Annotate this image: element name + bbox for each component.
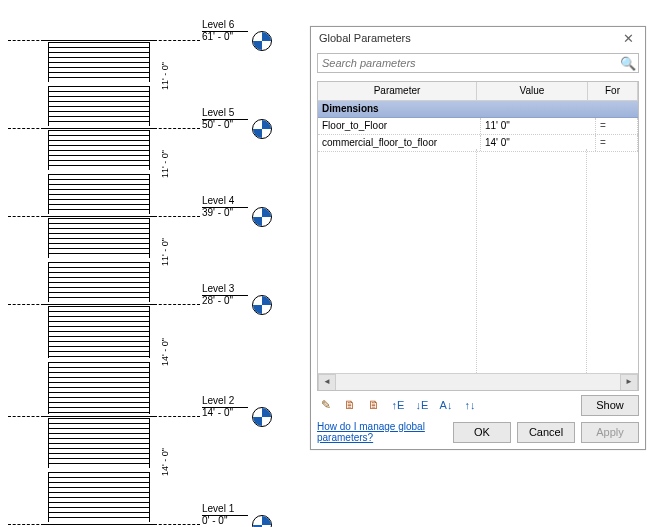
- level-label: Level 439' - 0": [202, 196, 248, 218]
- stair-flight: [48, 362, 150, 414]
- level-marker-icon[interactable]: [252, 119, 272, 139]
- level-marker-icon[interactable]: [252, 515, 272, 527]
- stair-flight: [48, 218, 150, 258]
- stair-flight: [48, 174, 150, 214]
- col-header-formula[interactable]: For: [588, 82, 638, 100]
- level-elevation: 0' - 0": [202, 516, 248, 526]
- param-row[interactable]: commercial_floor_to_floor14' 0"=: [318, 135, 638, 152]
- move-down-icon[interactable]: ↓E: [413, 396, 431, 414]
- dimension-label[interactable]: 11' - 0": [160, 76, 170, 90]
- delete-parameter-icon[interactable]: 🗎: [365, 396, 383, 414]
- cancel-button[interactable]: Cancel: [517, 422, 575, 443]
- param-row[interactable]: Floor_to_Floor11' 0"=: [318, 118, 638, 135]
- edit-parameter-icon[interactable]: ✎: [317, 396, 335, 414]
- search-input[interactable]: [318, 57, 618, 69]
- apply-button[interactable]: Apply: [581, 422, 639, 443]
- scroll-left-icon[interactable]: ◄: [318, 374, 336, 391]
- level-marker-icon[interactable]: [252, 207, 272, 227]
- level-label: Level 214' - 0": [202, 396, 248, 418]
- stair-flight: [48, 86, 150, 126]
- ok-button[interactable]: OK: [453, 422, 511, 443]
- dialog-footer: How do I manage global parameters? OK Ca…: [311, 419, 645, 449]
- search-box: 🔍: [317, 53, 639, 73]
- dimension-label[interactable]: 11' - 0": [160, 252, 170, 266]
- col-header-value[interactable]: Value: [477, 82, 588, 100]
- level-marker-icon[interactable]: [252, 295, 272, 315]
- sort-descending-icon[interactable]: ↑↓: [461, 396, 479, 414]
- stair-flight: [48, 130, 150, 170]
- stair-flight: [48, 306, 150, 358]
- param-formula[interactable]: =: [596, 118, 638, 134]
- new-parameter-icon[interactable]: 🗎: [341, 396, 359, 414]
- dimension-label[interactable]: 14' - 0": [160, 352, 170, 366]
- grid-body: Dimensions Floor_to_Floor11' 0"=commerci…: [318, 101, 638, 373]
- level-label: Level 661' - 0": [202, 20, 248, 42]
- grid-header: Parameter Value For: [318, 82, 638, 101]
- stair-flight: [48, 262, 150, 302]
- global-parameters-dialog: Global Parameters ✕ 🔍 Parameter Value Fo…: [310, 26, 646, 450]
- dialog-titlebar: Global Parameters ✕: [311, 27, 645, 49]
- level-marker-icon[interactable]: [252, 407, 272, 427]
- dimension-label[interactable]: 11' - 0": [160, 164, 170, 178]
- param-value[interactable]: 11' 0": [481, 118, 596, 134]
- grid-horizontal-scrollbar[interactable]: ◄ ►: [318, 373, 638, 390]
- level-elevation: 14' - 0": [202, 408, 248, 418]
- search-icon[interactable]: 🔍: [618, 56, 638, 71]
- stair-flight: [48, 42, 150, 82]
- help-link[interactable]: How do I manage global parameters?: [317, 421, 447, 443]
- parameters-grid: Parameter Value For Dimensions Floor_to_…: [317, 81, 639, 391]
- stair-flight: [48, 418, 150, 468]
- param-name[interactable]: Floor_to_Floor: [318, 118, 481, 134]
- move-up-icon[interactable]: ↑E: [389, 396, 407, 414]
- dialog-title: Global Parameters: [319, 32, 617, 44]
- level-label: Level 550' - 0": [202, 108, 248, 130]
- param-formula[interactable]: =: [596, 135, 638, 151]
- group-dimensions[interactable]: Dimensions: [318, 101, 638, 118]
- param-value[interactable]: 14' 0": [481, 135, 596, 151]
- level-marker-icon[interactable]: [252, 31, 272, 51]
- close-icon[interactable]: ✕: [617, 29, 639, 47]
- section-view: Level 661' - 0"11' - 0"Level 550' - 0"11…: [0, 0, 300, 527]
- level-elevation: 61' - 0": [202, 32, 248, 42]
- dialog-toolbar: ✎ 🗎 🗎 ↑E ↓E A↓ ↑↓ Show: [311, 391, 645, 419]
- param-name[interactable]: commercial_floor_to_floor: [318, 135, 481, 151]
- scroll-right-icon[interactable]: ►: [620, 374, 638, 391]
- level-elevation: 39' - 0": [202, 208, 248, 218]
- search-wrap: 🔍: [311, 49, 645, 77]
- level-label: Level 10' - 0": [202, 504, 248, 526]
- sort-ascending-icon[interactable]: A↓: [437, 396, 455, 414]
- level-label: Level 328' - 0": [202, 284, 248, 306]
- col-header-parameter[interactable]: Parameter: [318, 82, 477, 100]
- stair-flight: [48, 472, 150, 522]
- level-elevation: 28' - 0": [202, 296, 248, 306]
- show-button[interactable]: Show: [581, 395, 639, 416]
- level-elevation: 50' - 0": [202, 120, 248, 130]
- dimension-label[interactable]: 14' - 0": [160, 462, 170, 476]
